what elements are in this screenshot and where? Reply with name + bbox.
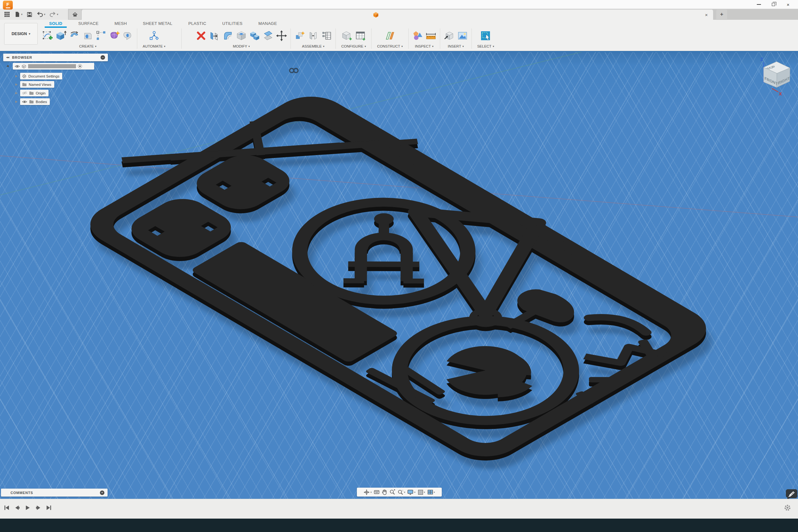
measure-button[interactable] [424, 28, 438, 43]
zoom-button[interactable] [390, 489, 395, 495]
construct-group-dropdown[interactable]: CONSTRUCT▾ [374, 44, 406, 48]
model-3d-view[interactable] [0, 52, 798, 499]
expand-arrow-icon[interactable] [15, 75, 18, 78]
browser-header[interactable]: ◀◀ BROWSER – [3, 54, 108, 61]
automate-button[interactable] [148, 28, 161, 43]
visibility-eye-icon[interactable] [22, 100, 27, 104]
document-name-redacted[interactable] [28, 64, 76, 68]
insert-derive-button[interactable] [442, 28, 456, 43]
visibility-eye-icon[interactable] [15, 64, 20, 68]
add-comment-button[interactable]: + [100, 491, 104, 495]
fillet-button[interactable] [221, 28, 234, 43]
window-minimize-button[interactable] [752, 0, 766, 9]
hole-button[interactable] [81, 28, 94, 43]
tab-mesh[interactable]: MESH [110, 20, 132, 28]
fusion-logo-icon[interactable]: F [3, 1, 13, 10]
tab-close-button[interactable]: × [703, 11, 710, 18]
home-tab-button[interactable] [69, 10, 81, 19]
pan-button[interactable] [382, 489, 387, 495]
surface-patch-button[interactable] [121, 28, 135, 43]
undo-button[interactable]: ▾ [35, 11, 47, 18]
browser-row-document-settings[interactable]: Document Settings [15, 73, 62, 79]
collapse-panel-icon[interactable]: ◀◀ [6, 56, 9, 59]
press-pull-button[interactable] [208, 28, 221, 43]
origin-chip[interactable]: Origin [20, 90, 49, 96]
select-button[interactable] [479, 28, 492, 43]
extrude-button[interactable] [54, 28, 68, 43]
display-settings-button[interactable]: ▾ [407, 490, 415, 495]
browser-root-row[interactable] [7, 63, 94, 70]
viewport-canvas[interactable]: ◀◀ BROWSER – Document Settings [0, 51, 798, 499]
skip-to-end-button[interactable] [45, 504, 52, 511]
tab-solid[interactable]: SOLID [45, 20, 67, 28]
window-restore-button[interactable] [766, 0, 781, 9]
look-at-button[interactable] [374, 490, 380, 495]
timeline-settings-button[interactable] [784, 504, 791, 511]
combine-button[interactable] [248, 28, 262, 43]
viewports-button[interactable]: ▾ [428, 490, 435, 495]
active-document-tab[interactable]: × [82, 10, 713, 20]
visibility-off-icon[interactable] [22, 91, 27, 95]
analysis-button[interactable] [411, 28, 424, 43]
revolve-button[interactable] [68, 28, 81, 43]
comments-bar[interactable]: COMMENTS + [1, 489, 108, 497]
joint-button[interactable] [306, 28, 320, 43]
select-group-dropdown[interactable]: SELECT▾ [474, 44, 497, 48]
insert-group-dropdown[interactable]: INSERT▾ [445, 44, 467, 48]
create-group-dropdown[interactable]: CREATE▾ [76, 44, 100, 48]
tab-manage[interactable]: MANAGE [254, 20, 282, 28]
feedback-bubble-button[interactable] [785, 489, 798, 499]
delete-button[interactable] [194, 28, 208, 43]
expand-arrow-icon[interactable] [6, 64, 10, 68]
redo-button[interactable]: ▾ [48, 11, 60, 18]
move-copy-button[interactable] [275, 28, 288, 43]
skip-to-start-button[interactable] [3, 504, 10, 511]
file-menu-button[interactable]: ▾ [13, 11, 24, 18]
expand-arrow-icon[interactable] [15, 92, 18, 94]
new-tab-button[interactable]: + [716, 10, 727, 19]
assemble-group-dropdown[interactable]: ASSEMBLE▾ [299, 44, 327, 48]
activate-radio-button[interactable] [78, 64, 82, 68]
tab-utilities[interactable]: UTILITIES [218, 20, 247, 28]
browser-collapse-button[interactable]: – [100, 55, 105, 60]
expand-arrow-icon[interactable] [15, 83, 18, 86]
browser-row-bodies[interactable]: Bodies [15, 98, 50, 105]
orbit-button[interactable]: ▾ [364, 489, 372, 495]
step-back-button[interactable] [14, 504, 21, 511]
workspace-selector[interactable]: DESIGN ▾ [4, 23, 38, 45]
bom-button[interactable] [320, 28, 333, 43]
origin-marker[interactable] [290, 69, 298, 73]
root-component-chip[interactable] [13, 63, 94, 70]
new-component-button[interactable] [293, 28, 306, 43]
create-sketch-button[interactable] [41, 28, 54, 43]
document-settings-chip[interactable]: Document Settings [20, 73, 62, 79]
split-body-button[interactable] [262, 28, 275, 43]
named-views-chip[interactable]: Named Views [20, 81, 54, 88]
bike-kit-model[interactable] [40, 62, 731, 466]
play-button[interactable] [24, 504, 31, 511]
view-cube[interactable]: Z X TOP FRONT RIGHT [754, 55, 797, 97]
pattern-button[interactable] [94, 28, 108, 43]
tab-surface[interactable]: SURFACE [74, 20, 103, 28]
zoom-window-button[interactable]: ▾ [397, 489, 405, 495]
grid-settings-button[interactable]: ▾ [418, 490, 425, 495]
expand-arrow-icon[interactable] [15, 100, 18, 103]
save-button[interactable] [25, 11, 34, 18]
configuration-table-button[interactable] [354, 28, 367, 43]
step-forward-button[interactable] [35, 504, 42, 511]
shell-button[interactable] [234, 28, 248, 43]
bodies-chip[interactable]: Bodies [20, 98, 50, 105]
configure-group-dropdown[interactable]: CONFIGURE▾ [338, 44, 369, 48]
automate-group-dropdown[interactable]: AUTOMATE▾ [139, 44, 169, 48]
browser-row-named-views[interactable]: Named Views [15, 81, 54, 88]
data-panel-button[interactable] [3, 11, 12, 18]
window-close-button[interactable]: × [781, 0, 795, 9]
create-form-button[interactable] [108, 28, 121, 43]
tab-plastic[interactable]: PLASTIC [184, 20, 211, 28]
tab-sheet-metal[interactable]: SHEET METAL [138, 20, 177, 28]
modify-group-dropdown[interactable]: MODIFY▾ [230, 44, 253, 48]
configuration-button[interactable] [340, 28, 354, 43]
inspect-group-dropdown[interactable]: INSPECT▾ [412, 44, 437, 48]
construction-plane-button[interactable] [383, 28, 397, 43]
insert-image-button[interactable] [456, 28, 469, 43]
